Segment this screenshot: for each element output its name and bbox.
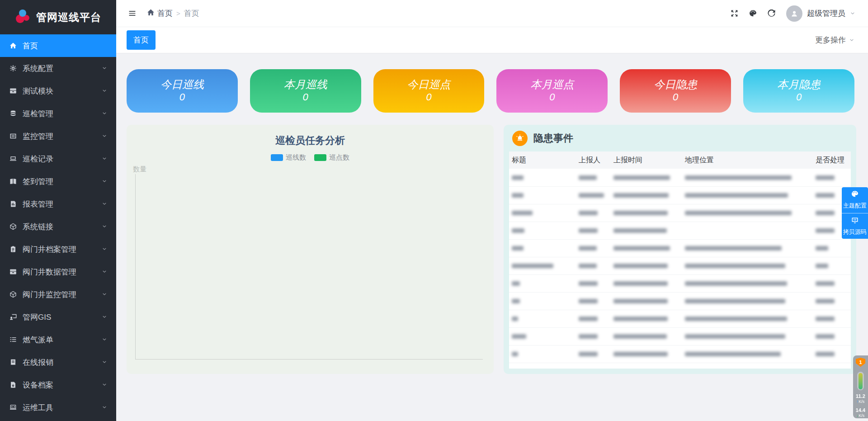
theme-palette-icon[interactable]: [749, 9, 757, 17]
sidebar-item-label: 阀门井档案管理: [23, 244, 102, 255]
stat-card: 本月巡点0: [496, 69, 608, 113]
table-row: [509, 310, 851, 327]
sidebar-item-label: 首页: [23, 41, 107, 51]
floating-button-label: 拷贝源码: [843, 228, 867, 236]
main-area: 首页 > 首页 超级管理员 首页 更多操作: [116, 0, 868, 421]
monitor-list-icon: [9, 132, 18, 140]
gear-icon: [9, 65, 18, 72]
chevron-down-icon: [102, 111, 107, 116]
floating-button-0[interactable]: 主题配置: [842, 187, 868, 213]
upload-speed-unit: K/s: [859, 399, 864, 404]
home-icon: [147, 9, 155, 19]
sidebar-item-10[interactable]: 阀门井数据管理: [0, 260, 116, 283]
chevron-down-icon: [102, 337, 107, 342]
sidebar-item-label: 管网GIS: [23, 312, 102, 322]
sidebar-item-9[interactable]: 阀门井档案管理: [0, 238, 116, 260]
sidebar-item-16[interactable]: 运维工具: [0, 396, 116, 419]
table-row: [509, 169, 851, 186]
sidebar-item-5[interactable]: 巡检记录: [0, 147, 116, 170]
cube-icon: [9, 291, 18, 298]
sidebar-item-3[interactable]: 巡检管理: [0, 102, 116, 125]
tab-bar: 首页 更多操作: [116, 27, 868, 53]
download-speed: 14.4 ↓K/s: [856, 407, 865, 418]
legend-item[interactable]: 巡线数: [271, 153, 306, 162]
table-row: [509, 222, 851, 239]
redacted-cell: [816, 299, 835, 303]
legend-swatch: [271, 154, 283, 161]
sidebar-item-label: 巡检记录: [23, 154, 102, 164]
breadcrumb-home-link[interactable]: 首页: [147, 8, 173, 19]
redacted-cell: [816, 334, 835, 339]
gauge-icon: [857, 372, 864, 390]
redacted-cell: [512, 193, 524, 198]
stat-card-value: 0: [673, 91, 678, 103]
stat-card-value: 0: [426, 91, 431, 103]
sidebar-item-7[interactable]: 报表管理: [0, 193, 116, 215]
redacted-cell: [512, 334, 526, 339]
table-column-header: 地理位置: [682, 151, 813, 169]
refresh-icon[interactable]: [768, 9, 775, 17]
sidebar-item-15[interactable]: 设备档案: [0, 374, 116, 396]
sidebar-item-13[interactable]: 燃气派单: [0, 328, 116, 351]
sidebar-item-12[interactable]: 管网GIS: [0, 306, 116, 328]
sidebar-item-1[interactable]: 系统配置: [0, 57, 116, 80]
tab-home[interactable]: 首页: [127, 30, 156, 50]
upload-speed: 11.2 ↑K/s: [856, 393, 865, 404]
app-logo: 管网巡线平台: [0, 0, 116, 34]
sidebar-item-11[interactable]: 阀门井监控管理: [0, 283, 116, 306]
fullscreen-icon[interactable]: [731, 9, 738, 17]
sidebar-item-2[interactable]: 测试模块: [0, 80, 116, 102]
ops-tool-icon: [9, 404, 18, 411]
hazard-events-panel: 隐患事件 标题上报人上报时间地理位置是否处理: [504, 125, 856, 374]
download-speed-unit: K/s: [859, 413, 864, 418]
redacted-cell: [613, 317, 668, 321]
sidebar-item-label: 巡检管理: [23, 109, 102, 119]
table-column-header: 上报人: [576, 151, 611, 169]
redacted-cell: [579, 334, 598, 339]
redacted-cell: [685, 334, 785, 339]
floating-button-1[interactable]: 拷贝源码: [842, 213, 868, 239]
redacted-cell: [816, 264, 828, 268]
palette-icon: [851, 190, 859, 199]
sidebar-item-label: 在线报销: [23, 357, 102, 368]
redacted-cell: [685, 246, 782, 251]
chevron-down-icon: [102, 292, 107, 297]
more-operations-dropdown[interactable]: 更多操作: [815, 35, 854, 45]
redacted-cell: [685, 317, 787, 321]
collapse-sidebar-icon[interactable]: [128, 9, 136, 17]
sidebar-menu: 首页系统配置测试模块巡检管理监控管理巡检记录签到管理报表管理系统链接阀门井档案管…: [0, 34, 116, 419]
chart-title: 巡检员任务分析: [127, 134, 494, 147]
redacted-cell: [685, 193, 788, 198]
box-icon: [9, 87, 18, 95]
redacted-cell: [685, 264, 785, 268]
database-icon: [9, 110, 18, 117]
book-icon: [9, 178, 18, 185]
redacted-cell: [613, 334, 667, 339]
table-row: [509, 257, 851, 274]
redacted-cell: [613, 193, 669, 198]
invoice-icon: [9, 359, 18, 366]
sidebar-item-0[interactable]: 首页: [0, 34, 116, 57]
sidebar-item-14[interactable]: 在线报销: [0, 351, 116, 374]
redacted-cell: [512, 352, 518, 356]
user-menu[interactable]: 超级管理员: [786, 5, 855, 22]
chevron-down-icon: [102, 314, 107, 320]
sidebar-item-4[interactable]: 监控管理: [0, 125, 116, 147]
stat-card-label: 本月巡点: [530, 78, 574, 91]
stat-card-label: 本月隐患: [777, 78, 821, 91]
sidebar-item-6[interactable]: 签到管理: [0, 170, 116, 193]
redacted-cell: [579, 281, 598, 286]
redacted-cell: [816, 352, 835, 356]
chevron-down-icon: [102, 246, 107, 252]
report-icon: [9, 200, 18, 208]
chart-plot-area: [135, 174, 483, 360]
table-row: [509, 327, 851, 345]
legend-label: 巡点数: [329, 153, 349, 162]
network-monitor-widget[interactable]: 1 11.2 ↑K/s 14.4 ↓K/s: [853, 355, 868, 418]
legend-item[interactable]: 巡点数: [314, 153, 349, 162]
chevron-down-icon: [102, 133, 107, 139]
redacted-cell: [613, 299, 668, 303]
hazard-events-title: 隐患事件: [533, 132, 573, 145]
hazard-events-table: 标题上报人上报时间地理位置是否处理: [509, 151, 851, 363]
sidebar-item-8[interactable]: 系统链接: [0, 215, 116, 238]
